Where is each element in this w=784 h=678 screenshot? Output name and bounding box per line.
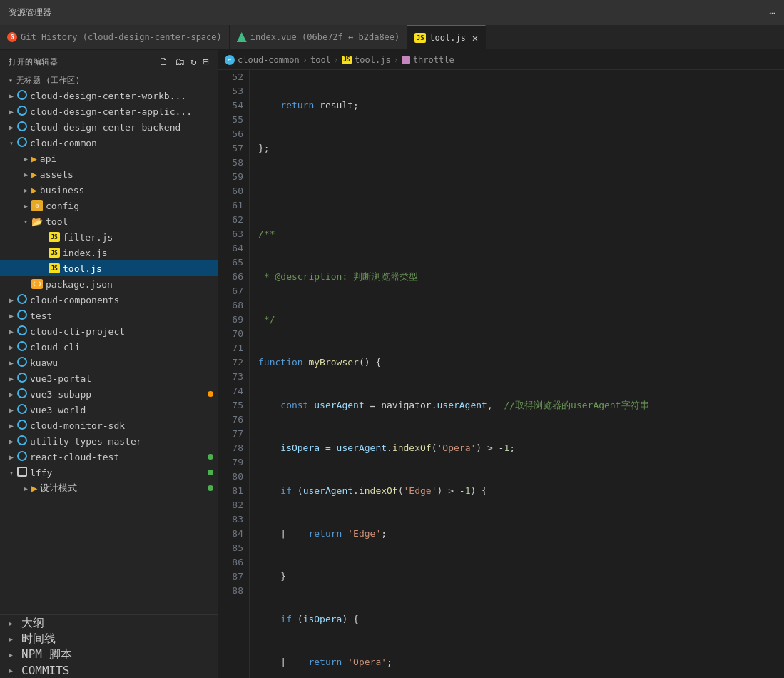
- circle-icon-cli: [17, 341, 27, 353]
- tab-index-vue[interactable]: index.vue (06be72f ↔ b2da8ee): [230, 25, 408, 49]
- chevron-right-icon: ▶: [6, 375, 17, 383]
- tab-tool-js-label: tool.js: [429, 33, 466, 43]
- tree-item-index-js[interactable]: JS index.js: [0, 245, 218, 260]
- tree-item-cloud-components[interactable]: ▶ cloud-components: [0, 292, 218, 308]
- tree-item-cloud-monitor[interactable]: ▶ cloud-monitor-sdk: [0, 418, 218, 433]
- js-icon-filter: JS: [49, 232, 60, 242]
- circle-icon-cloud-monitor: [17, 420, 27, 432]
- tree-item-cloud-workb[interactable]: ▶ cloud-design-center-workb...: [0, 88, 218, 103]
- chevron-right-icon: ▶: [6, 359, 17, 367]
- folder-icon-api: ▶: [31, 153, 37, 164]
- code-editor[interactable]: 5253545556 5758596061 6263646566 6768697…: [218, 70, 784, 678]
- tab-index-vue-label: index.vue (06be72f ↔ b2da8ee): [250, 32, 400, 42]
- folder-outline-icon-lffy: [17, 467, 27, 479]
- nav-npm[interactable]: ▶ NPM 脚本: [0, 647, 218, 662]
- tab-git-history[interactable]: G Git History (cloud-design-center-space…: [0, 25, 230, 49]
- chevron-right-icon: ▶: [6, 328, 17, 335]
- sidebar-header: 打开的编辑器 🗋 🗂 ↻ ⊟: [0, 50, 218, 73]
- circle-icon-react-cloud-test: [17, 451, 27, 463]
- tree-item-utility-types[interactable]: ▶ utility-types-master: [0, 433, 218, 449]
- tree-item-tool-js[interactable]: JS tool.js: [0, 260, 218, 276]
- tree-item-vue3-subapp[interactable]: ▶ vue3-subapp: [0, 386, 218, 402]
- chevron-down-icon: ▾: [20, 218, 31, 226]
- more-icon[interactable]: ⋯: [770, 7, 775, 19]
- code-content[interactable]: return result; }; /** * @description: 判断…: [250, 70, 784, 678]
- tree-item-vue3-world[interactable]: ▶ vue3_world: [0, 402, 218, 418]
- line-numbers: 5253545556 5758596061 6263646566 6768697…: [218, 70, 250, 678]
- json-icon-package: { }: [31, 279, 43, 289]
- git-icon: G: [7, 32, 17, 42]
- chevron-right-icon: ▶: [6, 108, 17, 116]
- tab-close-icon[interactable]: ✕: [472, 32, 478, 44]
- chevron-right-icon: ▶: [6, 422, 17, 430]
- tab-tool-js[interactable]: JS tool.js ✕: [407, 25, 486, 49]
- circle-icon-workb: [17, 90, 27, 102]
- tree-item-tool[interactable]: ▾ 📂 tool: [0, 213, 218, 229]
- breadcrumb-tool[interactable]: tool: [310, 55, 331, 65]
- js-icon-index: JS: [49, 248, 60, 258]
- tab-git-history-label: Git History (cloud-design-center-space): [21, 32, 222, 42]
- chevron-right-icon: ▶: [6, 437, 17, 445]
- tree-item-cloud-common[interactable]: ▾ cloud-common: [0, 135, 218, 151]
- nav-timeline-label: 时间线: [21, 632, 56, 647]
- sidebar: 打开的编辑器 🗋 🗂 ↻ ⊟ ▾ 无标题 (工作区) ▶: [0, 50, 218, 678]
- nav-commits[interactable]: ▶ COMMITS: [0, 662, 218, 678]
- tree-item-business[interactable]: ▶ ▶ business: [0, 182, 218, 198]
- tree-item-cloud-cli[interactable]: ▶ cloud-cli: [0, 339, 218, 355]
- tree-item-cloud-cli-project[interactable]: ▶ cloud-cli-project: [0, 323, 218, 339]
- chevron-down-icon: ▾: [6, 139, 17, 147]
- refresh-icon[interactable]: ↻: [190, 56, 197, 67]
- breadcrumb-throttle[interactable]: throttle: [413, 55, 454, 65]
- chevron-right-icon: ▶: [6, 92, 17, 100]
- chevron-down-icon: ▾: [6, 469, 17, 477]
- chevron-right-icon: ▶: [6, 312, 17, 320]
- breadcrumb-tool-js[interactable]: tool.js: [355, 55, 391, 65]
- tree-item-package-json[interactable]: { } package.json: [0, 276, 218, 292]
- new-folder-icon[interactable]: 🗂: [175, 56, 185, 67]
- top-bar: 资源管理器 ⋯: [0, 0, 784, 25]
- tree-item-cloud-backend[interactable]: ▶ cloud-design-center-backend: [0, 119, 218, 135]
- tree-item-lffy[interactable]: ▾ lffy: [0, 465, 218, 480]
- folder-icon-design: ▶: [31, 482, 37, 494]
- nav-commits-label: COMMITS: [21, 664, 69, 677]
- sidebar-tree: ▶ cloud-design-center-workb... ▶ cloud-d…: [0, 88, 218, 614]
- badge-orange-vue3-subapp: [208, 391, 213, 397]
- tree-item-cloud-applic[interactable]: ▶ cloud-design-center-applic...: [0, 103, 218, 119]
- badge-green-react: [208, 454, 213, 460]
- tree-item-test[interactable]: ▶ test: [0, 308, 218, 323]
- breadcrumb-cloud-common[interactable]: cloud-common: [238, 55, 300, 65]
- breadcrumb: ↩ cloud-common › tool › JS tool.js › thr…: [218, 50, 784, 70]
- circle-icon-test: [17, 310, 27, 322]
- chevron-right-icon: ▶: [20, 155, 31, 163]
- sidebar-bottom-nav: ▶ 大纲 ▶ 时间线 ▶ NPM 脚本 ▶ COMMITS: [0, 614, 218, 678]
- tree-item-vue3-portal[interactable]: ▶ vue3-portal: [0, 370, 218, 386]
- tree-item-filter-js[interactable]: JS filter.js: [0, 229, 218, 245]
- circle-icon-vue3-subapp: [17, 388, 27, 400]
- top-bar-title: 资源管理器: [9, 6, 51, 19]
- collapse-icon[interactable]: ⊟: [203, 56, 209, 67]
- chevron-right-icon: ▶: [20, 202, 31, 210]
- tab-bar: G Git History (cloud-design-center-space…: [0, 25, 784, 50]
- circle-icon-cloud-comp: [17, 294, 27, 306]
- top-bar-icons: ⋯: [770, 7, 775, 19]
- nav-outline-label: 大纲: [21, 616, 44, 631]
- breadcrumb-sep-1: ›: [302, 55, 307, 65]
- tree-item-kuawu[interactable]: ▶ kuawu: [0, 355, 218, 370]
- folder-icon-business: ▶: [31, 185, 37, 196]
- new-file-icon[interactable]: 🗋: [158, 56, 169, 67]
- chevron-right-icon: ▶: [6, 343, 17, 351]
- chevron-right-icon: ▶: [20, 171, 31, 178]
- breadcrumb-sep-2: ›: [334, 55, 339, 65]
- tree-item-config[interactable]: ▶ ⚙ config: [0, 198, 218, 213]
- tree-item-design-mode[interactable]: ▶ ▶ 设计模式: [0, 480, 218, 496]
- tree-item-react-cloud-test[interactable]: ▶ react-cloud-test: [0, 449, 218, 465]
- circle-icon-kuawu: [17, 357, 27, 369]
- nav-outline[interactable]: ▶ 大纲: [0, 615, 218, 631]
- breadcrumb-js-icon: JS: [342, 56, 352, 64]
- chevron-right-icon: ▶: [6, 390, 17, 398]
- breadcrumb-func-icon: [402, 56, 410, 64]
- workspace-label[interactable]: ▾ 无标题 (工作区): [0, 73, 218, 88]
- tree-item-assets[interactable]: ▶ ▶ assets: [0, 166, 218, 182]
- tree-item-api[interactable]: ▶ ▶ api: [0, 151, 218, 166]
- nav-timeline[interactable]: ▶ 时间线: [0, 631, 218, 647]
